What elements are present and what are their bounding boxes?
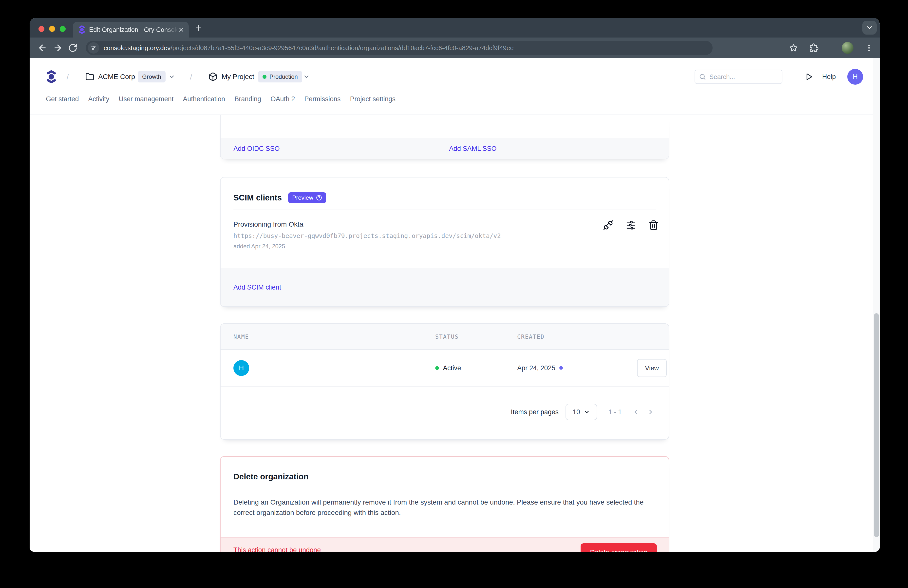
delete-organization-button[interactable]: Delete organization bbox=[581, 543, 657, 552]
tab-strip: Edit Organization - Ory Console bbox=[30, 18, 880, 37]
ory-logo-icon[interactable] bbox=[47, 70, 56, 83]
traffic-lights bbox=[39, 26, 66, 32]
organizations-table-card: NAME STATUS CREATED H Active Apr 24, 202… bbox=[220, 323, 669, 440]
help-link[interactable]: Help bbox=[822, 73, 836, 81]
preview-badge: Preview bbox=[288, 192, 326, 203]
search-field[interactable] bbox=[709, 73, 771, 81]
add-scim-client-link[interactable]: Add SCIM client bbox=[233, 284, 281, 291]
back-button[interactable] bbox=[37, 43, 47, 53]
workspace-plan-badge: Growth bbox=[138, 71, 166, 82]
browser-profile-avatar[interactable] bbox=[842, 42, 853, 54]
table-row[interactable]: H Active Apr 24, 2025 View bbox=[221, 350, 669, 387]
status-cell: Active bbox=[435, 364, 461, 372]
scim-clients-title: SCIM clients bbox=[233, 193, 282, 202]
column-header-status: STATUS bbox=[435, 333, 459, 340]
page-scrollbar-thumb[interactable] bbox=[874, 313, 879, 537]
info-icon[interactable] bbox=[316, 195, 322, 201]
workspace-chevron-down-icon[interactable] bbox=[168, 73, 175, 80]
created-indicator-dot bbox=[559, 366, 563, 370]
delete-organization-card: Delete organization Deleting an Organiza… bbox=[220, 456, 669, 552]
unplug-icon[interactable] bbox=[603, 220, 613, 230]
reload-button[interactable] bbox=[68, 43, 77, 53]
search-icon bbox=[699, 73, 706, 80]
page-size-value: 10 bbox=[573, 408, 580, 416]
tab-title: Edit Organization - Ory Console bbox=[89, 26, 178, 34]
user-avatar[interactable]: H bbox=[847, 69, 863, 85]
project-name[interactable]: My Project bbox=[222, 73, 254, 81]
pagination: Items per pages 10 1 - 1 bbox=[511, 404, 654, 420]
app-header: / ACME Corp Growth / My Project Producti… bbox=[30, 58, 880, 95]
add-saml-sso-link[interactable]: Add SAML SSO bbox=[449, 145, 497, 152]
nav-tab-get-started[interactable]: Get started bbox=[46, 95, 79, 103]
tab-close-icon[interactable] bbox=[178, 26, 184, 33]
breadcrumb-separator: / bbox=[67, 72, 69, 81]
workspace-name[interactable]: ACME Corp bbox=[98, 73, 135, 81]
scim-client-added: added Apr 24, 2025 bbox=[233, 243, 656, 250]
table-header-row: NAME STATUS CREATED bbox=[221, 324, 669, 350]
nav-tab-project-settings[interactable]: Project settings bbox=[350, 95, 396, 103]
scim-card-footer: Add SCIM client bbox=[221, 268, 669, 306]
extensions-icon[interactable] bbox=[810, 43, 818, 52]
row-avatar: H bbox=[233, 360, 249, 376]
created-date: Apr 24, 2025 bbox=[517, 364, 555, 372]
sso-card-footer: Add OIDC SSO Add SAML SSO bbox=[221, 138, 669, 159]
nav-tab-oauth2[interactable]: OAuth 2 bbox=[270, 95, 295, 103]
project-chevron-down-icon[interactable] bbox=[303, 73, 310, 80]
nav-tab-activity[interactable]: Activity bbox=[89, 95, 109, 103]
nav-tab-user-management[interactable]: User management bbox=[119, 95, 174, 103]
content-area: Add OIDC SSO Add SAML SSO SCIM clients P… bbox=[30, 115, 880, 552]
sliders-icon[interactable] bbox=[626, 220, 636, 230]
trash-icon[interactable] bbox=[649, 220, 659, 230]
search-input[interactable] bbox=[695, 69, 782, 84]
console-page: / ACME Corp Growth / My Project Producti… bbox=[30, 58, 880, 552]
breadcrumb-separator: / bbox=[190, 72, 192, 81]
play-icon[interactable] bbox=[804, 72, 813, 81]
url-domain: console.staging.ory.dev bbox=[104, 44, 171, 52]
url-path: /projects/d087b7a1-55f3-440c-a3c9-929564… bbox=[171, 44, 514, 52]
environment-label: Production bbox=[269, 73, 298, 80]
page-scrollbar-track[interactable] bbox=[873, 58, 880, 552]
pagination-prev-button[interactable] bbox=[632, 408, 639, 416]
table-footer: Items per pages 10 1 - 1 bbox=[221, 387, 669, 440]
chevron-down-icon bbox=[584, 409, 590, 415]
page-size-select[interactable]: 10 bbox=[565, 404, 597, 420]
scim-client-name: Provisioning from Okta bbox=[233, 221, 656, 228]
preview-badge-label: Preview bbox=[292, 194, 313, 201]
project-cube-icon bbox=[208, 72, 217, 81]
delete-organization-title: Delete organization bbox=[233, 472, 308, 481]
column-header-created: CREATED bbox=[517, 333, 544, 340]
scim-client-url: https://busy-beaver-gqwvd0fb79.projects.… bbox=[233, 232, 656, 240]
close-window-button[interactable] bbox=[39, 26, 44, 32]
scim-client-actions bbox=[603, 220, 659, 230]
bookmark-star-icon[interactable] bbox=[789, 43, 798, 53]
environment-badge: Production bbox=[258, 71, 302, 82]
maximize-window-button[interactable] bbox=[60, 26, 66, 32]
items-per-page-label: Items per pages bbox=[511, 408, 559, 416]
delete-organization-description: Deleting an Organization will permanentl… bbox=[233, 497, 656, 518]
pagination-next-button[interactable] bbox=[647, 408, 654, 416]
address-bar[interactable]: console.staging.ory.dev/projects/d087b7a… bbox=[86, 41, 713, 55]
site-info-icon[interactable] bbox=[88, 42, 99, 53]
toolbar-divider bbox=[830, 43, 830, 53]
forward-button[interactable] bbox=[53, 43, 63, 53]
ory-favicon-icon bbox=[79, 26, 85, 34]
browser-tab[interactable]: Edit Organization - Ory Console bbox=[73, 22, 189, 37]
nav-tab-permissions[interactable]: Permissions bbox=[304, 95, 340, 103]
nav-tab-authentication[interactable]: Authentication bbox=[183, 95, 225, 103]
minimize-window-button[interactable] bbox=[49, 26, 55, 32]
browser-window: Edit Organization - Ory Console console.… bbox=[30, 18, 880, 552]
url-text: console.staging.ory.dev/projects/d087b7a… bbox=[104, 44, 514, 52]
toolbar-actions bbox=[789, 42, 873, 54]
new-tab-button[interactable] bbox=[195, 24, 203, 32]
project-nav: Get started Activity User management Aut… bbox=[30, 95, 880, 115]
tab-search-button[interactable] bbox=[862, 21, 877, 35]
nav-tab-branding[interactable]: Branding bbox=[234, 95, 261, 103]
browser-menu-button[interactable] bbox=[865, 44, 873, 52]
created-cell: Apr 24, 2025 bbox=[517, 364, 563, 372]
view-button[interactable]: View bbox=[637, 359, 667, 377]
browser-toolbar: console.staging.ory.dev/projects/d087b7a… bbox=[30, 37, 880, 58]
workspace-folder-icon bbox=[85, 72, 94, 81]
add-oidc-sso-link[interactable]: Add OIDC SSO bbox=[233, 145, 280, 152]
sso-card: Add OIDC SSO Add SAML SSO bbox=[220, 115, 669, 159]
environment-status-dot bbox=[262, 75, 266, 79]
